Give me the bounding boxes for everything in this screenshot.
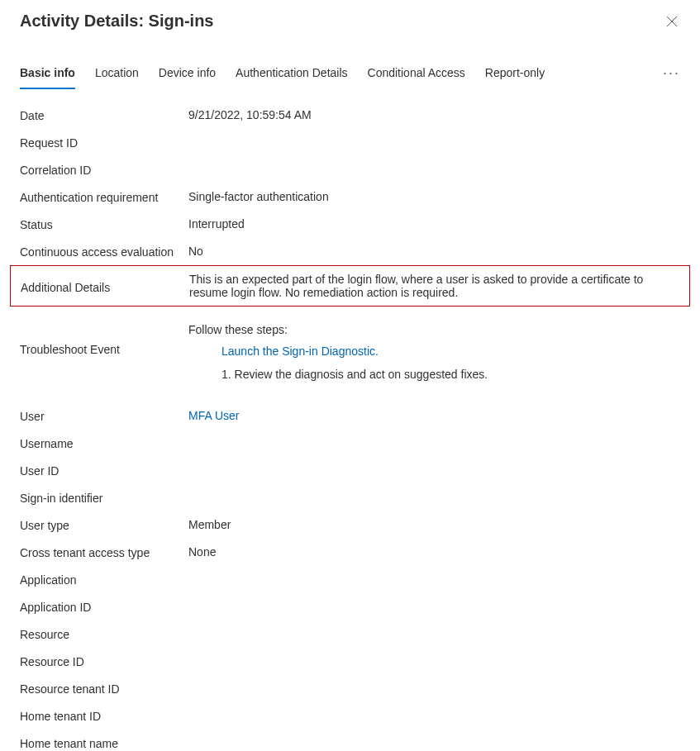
value-status: Interrupted xyxy=(188,217,680,231)
troubleshoot-step-1: 1. Review the diagnosis and act on sugge… xyxy=(188,368,680,381)
row-username: Username xyxy=(20,430,680,457)
label-requestid: Request ID xyxy=(20,135,188,150)
user-link[interactable]: MFA User xyxy=(188,409,239,422)
page-title: Activity Details: Sign-ins xyxy=(20,12,214,31)
launch-diagnostic-link[interactable]: Launch the Sign-in Diagnostic. xyxy=(221,345,379,358)
row-applicationid: Application ID xyxy=(20,593,680,620)
label-date: Date xyxy=(20,108,188,122)
label-applicationid: Application ID xyxy=(20,600,188,614)
row-user: User MFA User xyxy=(20,402,680,430)
label-usertype: User type xyxy=(20,518,188,532)
row-usertype: User type Member xyxy=(20,511,680,539)
row-application: Application xyxy=(20,566,680,593)
label-hometenantname: Home tenant name xyxy=(20,736,188,750)
label-signinid: Sign-in identifier xyxy=(20,491,188,505)
tab-location[interactable]: Location xyxy=(95,66,139,89)
label-resourceid: Resource ID xyxy=(20,654,188,668)
value-troubleshoot: Follow these steps: Launch the Sign-in D… xyxy=(188,323,680,381)
label-authreq: Authentication requirement xyxy=(20,190,188,204)
label-hometenantid: Home tenant ID xyxy=(20,709,188,723)
tab-conditional-access[interactable]: Conditional Access xyxy=(368,66,465,89)
label-userid: User ID xyxy=(20,463,188,478)
row-signinid: Sign-in identifier xyxy=(20,484,680,511)
row-resource: Resource xyxy=(20,620,680,648)
row-status: Status Interrupted xyxy=(20,211,680,238)
close-button[interactable] xyxy=(664,13,680,30)
row-authreq: Authentication requirement Single-factor… xyxy=(20,183,680,211)
row-troubleshoot: Troubleshoot Event Follow these steps: L… xyxy=(20,307,680,387)
tab-authentication-details[interactable]: Authentication Details xyxy=(236,66,347,89)
label-additional-details: Additional Details xyxy=(21,273,189,294)
label-crosstenant: Cross tenant access type xyxy=(20,545,188,559)
label-correlationid: Correlation ID xyxy=(20,163,188,177)
more-tabs-button[interactable]: ··· xyxy=(663,64,680,90)
panel-header: Activity Details: Sign-ins xyxy=(0,0,700,36)
value-date: 9/21/2022, 10:59:54 AM xyxy=(188,108,680,121)
row-date: Date 9/21/2022, 10:59:54 AM xyxy=(20,102,680,129)
row-hometenantid: Home tenant ID xyxy=(20,702,680,730)
row-requestid: Request ID xyxy=(20,129,680,156)
label-application: Application xyxy=(20,573,188,587)
label-user: User xyxy=(20,409,188,423)
label-username: Username xyxy=(20,436,188,450)
tab-basic-info[interactable]: Basic info xyxy=(20,66,75,89)
label-status: Status xyxy=(20,217,188,231)
row-cae: Continuous access evaluation No xyxy=(20,238,680,265)
label-resourcetenantid: Resource tenant ID xyxy=(20,682,188,696)
row-crosstenant: Cross tenant access type None xyxy=(20,539,680,566)
tab-report-only[interactable]: Report-only xyxy=(485,66,545,89)
value-additional-details: This is an expected part of the login fl… xyxy=(189,273,679,299)
details-content: Date 9/21/2022, 10:59:54 AM Request ID C… xyxy=(0,90,700,751)
tab-bar: Basic info Location Device info Authenti… xyxy=(0,46,700,90)
row-resourceid: Resource ID xyxy=(20,648,680,675)
value-cae: No xyxy=(188,245,680,258)
value-usertype: Member xyxy=(188,518,680,531)
row-userid: User ID xyxy=(20,457,680,484)
row-resourcetenantid: Resource tenant ID xyxy=(20,675,680,702)
content-scroll[interactable]: Basic info Location Device info Authenti… xyxy=(0,46,700,751)
close-icon xyxy=(666,16,678,27)
ellipsis-icon: ··· xyxy=(663,64,680,81)
value-authreq: Single-factor authentication xyxy=(188,190,680,203)
value-crosstenant: None xyxy=(188,545,680,558)
row-additional-details: Additional Details This is an expected p… xyxy=(10,265,690,307)
row-correlationid: Correlation ID xyxy=(20,156,680,183)
troubleshoot-steps-title: Follow these steps: xyxy=(188,323,680,336)
label-troubleshoot: Troubleshoot Event xyxy=(20,323,188,356)
tab-device-info[interactable]: Device info xyxy=(159,66,216,89)
row-hometenantname: Home tenant name xyxy=(20,730,680,751)
label-resource: Resource xyxy=(20,627,188,641)
label-cae: Continuous access evaluation xyxy=(20,245,188,259)
